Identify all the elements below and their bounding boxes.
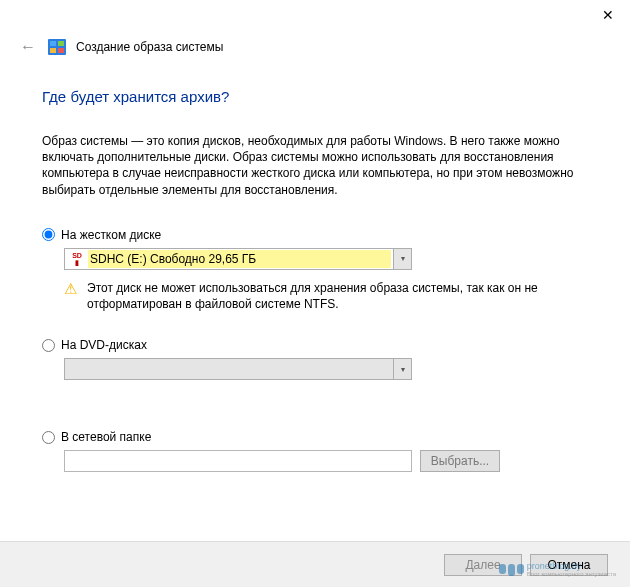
next-button: Далее	[444, 554, 522, 576]
titlebar: ✕	[0, 0, 630, 30]
browse-button: Выбрать...	[420, 450, 500, 472]
warning-icon: ⚠	[64, 281, 77, 296]
dvd-drive-select[interactable]: ▾	[64, 358, 412, 380]
chevron-down-icon[interactable]: ▾	[393, 359, 411, 379]
sdhc-icon: SD▮	[69, 251, 85, 267]
content: Где будет хранится архив? Образ системы …	[0, 68, 630, 472]
chevron-down-icon[interactable]: ▾	[393, 249, 411, 269]
header-title: Создание образа системы	[76, 40, 223, 54]
hdd-warning-text: Этот диск не может использоваться для хр…	[87, 280, 584, 312]
radio-hdd[interactable]	[42, 228, 55, 241]
hdd-selected-value: SDHC (E:) Свободно 29,65 ГБ	[88, 250, 391, 268]
network-path-input[interactable]	[64, 450, 412, 472]
svg-rect-1	[50, 41, 56, 46]
option-hdd-label: На жестком диске	[61, 228, 161, 242]
cancel-button[interactable]: Отмена	[530, 554, 608, 576]
close-button[interactable]: ✕	[585, 0, 630, 30]
svg-rect-2	[58, 41, 64, 46]
option-dvd-label: На DVD-дисках	[61, 338, 147, 352]
svg-rect-4	[58, 48, 64, 53]
header: ← Создание образа системы	[0, 30, 630, 68]
hdd-drive-select[interactable]: SD▮ SDHC (E:) Свободно 29,65 ГБ ▾	[64, 248, 412, 270]
back-arrow-icon[interactable]: ←	[18, 36, 38, 58]
option-dvd[interactable]: На DVD-дисках	[42, 338, 588, 352]
control-panel-icon	[48, 39, 66, 55]
description-text: Образ системы — это копия дисков, необхо…	[42, 133, 588, 198]
option-hdd[interactable]: На жестком диске	[42, 228, 588, 242]
option-network-label: В сетевой папке	[61, 430, 151, 444]
radio-dvd[interactable]	[42, 339, 55, 352]
option-network[interactable]: В сетевой папке	[42, 430, 588, 444]
radio-network[interactable]	[42, 431, 55, 444]
page-heading: Где будет хранится архив?	[42, 88, 588, 105]
svg-rect-3	[50, 48, 56, 53]
footer: Далее Отмена	[0, 541, 630, 587]
hdd-warning: ⚠ Этот диск не может использоваться для …	[64, 280, 584, 312]
